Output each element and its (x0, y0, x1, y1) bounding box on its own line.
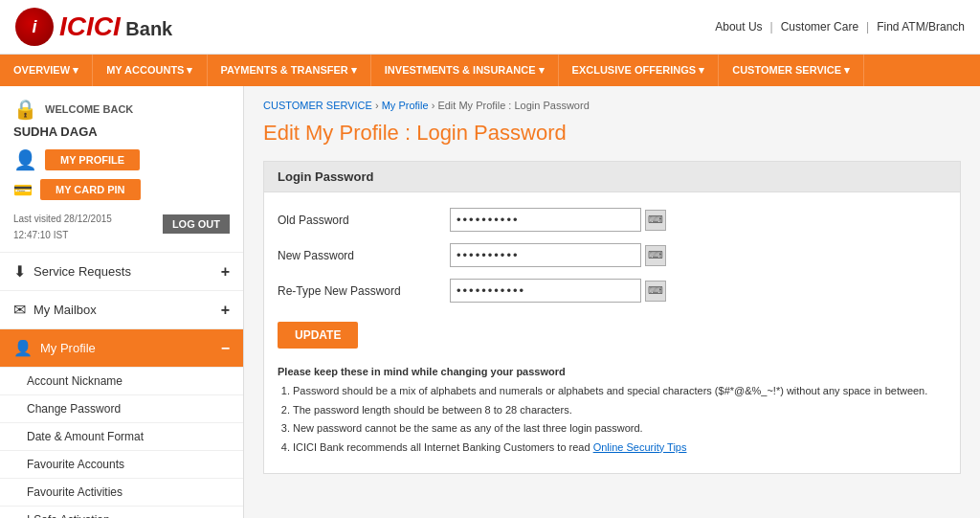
card-icon: 💳 (13, 181, 33, 199)
retype-password-key-icon[interactable]: ⌨ (645, 281, 666, 302)
sidebar-item-my-mailbox[interactable]: ✉ My Mailbox + (0, 291, 243, 329)
old-password-key-icon[interactable]: ⌨ (645, 210, 666, 231)
retype-password-label: Re-Type New Password (278, 284, 450, 298)
new-password-input[interactable] (450, 243, 641, 267)
welcome-header: 🔒 WELCOME BACK (13, 98, 230, 121)
customer-care-link[interactable]: Customer Care (781, 20, 858, 34)
sidebar-item-my-profile[interactable]: 👤 My Profile − (0, 329, 243, 368)
retype-password-row: Re-Type New Password ⌨ (278, 279, 947, 303)
main-nav: OVERVIEW ▾ MY ACCOUNTS ▾ PAYMENTS & TRAN… (0, 55, 980, 86)
nav-overview[interactable]: OVERVIEW ▾ (0, 55, 93, 86)
last-visited-row: Last visited 28/12/2015 12:47:10 IST LOG… (13, 208, 230, 240)
login-password-form: Login Password Old Password ⌨ New Passwo… (263, 161, 961, 474)
submenu-date-amount-format[interactable]: Date & Amount Format (0, 423, 243, 451)
submenu-account-nickname[interactable]: Account Nickname (0, 368, 243, 395)
last-visited-info: Last visited 28/12/2015 12:47:10 IST (13, 208, 112, 240)
new-password-row: New Password ⌨ (278, 243, 947, 267)
submenu-change-password[interactable]: Change Password (0, 395, 243, 423)
new-password-label: New Password (278, 249, 450, 262)
new-password-key-icon[interactable]: ⌨ (645, 245, 666, 266)
submenu-favourite-accounts[interactable]: Favourite Accounts (0, 451, 243, 479)
last-visited-date: Last visited 28/12/2015 (13, 214, 112, 224)
breadcrumb-level2[interactable]: My Profile (382, 100, 429, 111)
page-title: Edit My Profile : Login Password (263, 121, 961, 146)
download-icon: ⬇ (13, 262, 26, 281)
breadcrumb-level3: Edit My Profile : Login Password (437, 100, 589, 111)
my-profile-label: My Profile (40, 341, 96, 355)
logo-letter: i (32, 17, 36, 37)
my-profile-btn-row: 👤 MY PROFILE (13, 148, 230, 171)
top-bar: i ICICI Bank About Us | Customer Care | … (0, 0, 980, 55)
last-visited-time: 12:47:10 IST (13, 230, 112, 240)
service-requests-label: Service Requests (33, 264, 131, 279)
logo-icon: i (15, 8, 54, 46)
collapse-profile-icon: − (221, 340, 230, 357)
tip-2: The password length should be between 8 … (293, 402, 947, 418)
logo-text: ICICI Bank (59, 11, 172, 42)
old-password-row: Old Password ⌨ (278, 208, 947, 232)
submenu-isafe-activation[interactable]: I-Safe Activation (0, 507, 243, 518)
logout-button[interactable]: LOG OUT (163, 214, 230, 234)
nav-investments[interactable]: INVESTMENTS & INSURANCE ▾ (371, 55, 559, 86)
form-section-title: Login Password (264, 162, 960, 192)
old-password-input-wrap: ⌨ (450, 208, 666, 232)
content-area: 🔒 WELCOME BACK SUDHA DAGA 👤 MY PROFILE 💳… (0, 86, 980, 518)
expand-mailbox-icon: + (221, 302, 230, 319)
submenu-favourite-activities[interactable]: Favourite Activities (0, 479, 243, 507)
top-links: About Us | Customer Care | Find ATM/Bran… (715, 20, 965, 34)
new-password-input-wrap: ⌨ (450, 243, 666, 267)
main-content: CUSTOMER SERVICE › My Profile › Edit My … (244, 86, 980, 518)
nav-payments[interactable]: PAYMENTS & TRANSFER ▾ (208, 55, 371, 86)
sidebar-menu: ⬇ Service Requests + ✉ My Mailbox + 👤 My… (0, 253, 243, 518)
breadcrumb-sep1: › (375, 100, 379, 111)
mailbox-icon: ✉ (13, 301, 26, 319)
breadcrumb-sep2: › (432, 100, 435, 111)
my-profile-button[interactable]: MY PROFILE (45, 149, 140, 170)
nav-my-accounts[interactable]: MY ACCOUNTS ▾ (93, 55, 207, 86)
old-password-input[interactable] (450, 208, 641, 232)
about-us-link[interactable]: About Us (715, 20, 762, 34)
welcome-box: 🔒 WELCOME BACK SUDHA DAGA 👤 MY PROFILE 💳… (0, 86, 243, 253)
welcome-label: WELCOME BACK (45, 103, 133, 115)
tip-1: Password should be a mix of alphabets an… (293, 383, 947, 399)
sidebar: 🔒 WELCOME BACK SUDHA DAGA 👤 MY PROFILE 💳… (0, 86, 244, 518)
online-security-tips-link[interactable]: Online Security Tips (593, 441, 687, 453)
breadcrumb-root[interactable]: CUSTOMER SERVICE (263, 100, 372, 111)
profile-menu-icon: 👤 (13, 339, 33, 357)
tips-title: Please keep these in mind while changing… (278, 366, 947, 377)
retype-password-input[interactable] (450, 279, 641, 303)
logo-area: i ICICI Bank (15, 8, 172, 46)
tips-section: Please keep these in mind while changing… (278, 366, 947, 455)
old-password-label: Old Password (278, 214, 450, 227)
tip-3: New password cannot be the same as any o… (293, 420, 947, 437)
find-atm-link[interactable]: Find ATM/Branch (877, 20, 965, 34)
tip-4: ICICI Bank recommends all Internet Banki… (293, 439, 947, 456)
my-mailbox-label: My Mailbox (33, 303, 97, 317)
tips-list: Password should be a mix of alphabets an… (278, 383, 947, 455)
my-card-pin-btn-row: 💳 MY CARD PIN (13, 179, 230, 200)
lock-icon: 🔒 (13, 98, 37, 121)
form-body: Old Password ⌨ New Password ⌨ Re-Type Ne… (264, 192, 960, 473)
sidebar-item-service-requests[interactable]: ⬇ Service Requests + (0, 253, 243, 291)
divider2: | (866, 20, 869, 34)
expand-service-requests-icon: + (221, 263, 230, 281)
nav-exclusive[interactable]: EXCLUSIVE OFFERINGS ▾ (559, 55, 720, 86)
person-icon: 👤 (13, 148, 37, 171)
breadcrumb: CUSTOMER SERVICE › My Profile › Edit My … (263, 100, 961, 111)
divider1: | (770, 20, 773, 34)
retype-password-input-wrap: ⌨ (450, 279, 666, 303)
update-button[interactable]: UPDATE (278, 322, 358, 349)
my-card-pin-button[interactable]: MY CARD PIN (40, 179, 141, 200)
user-name: SUDHA DAGA (13, 124, 230, 139)
nav-customer-service[interactable]: CUSTOMER SERVICE ▾ (719, 55, 864, 86)
